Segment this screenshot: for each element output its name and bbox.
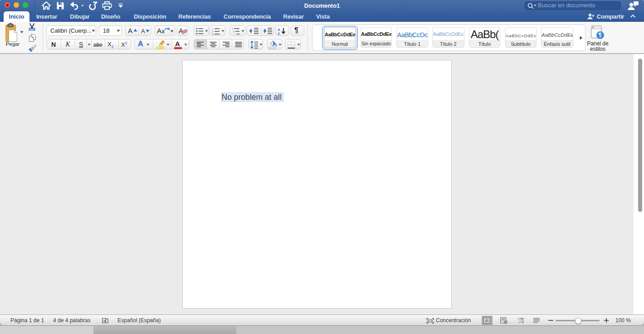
svg-text:i: i — [234, 33, 235, 35]
svg-text:3: 3 — [212, 33, 213, 35]
svg-text:Z: Z — [278, 32, 280, 35]
svg-text:A: A — [278, 28, 280, 32]
